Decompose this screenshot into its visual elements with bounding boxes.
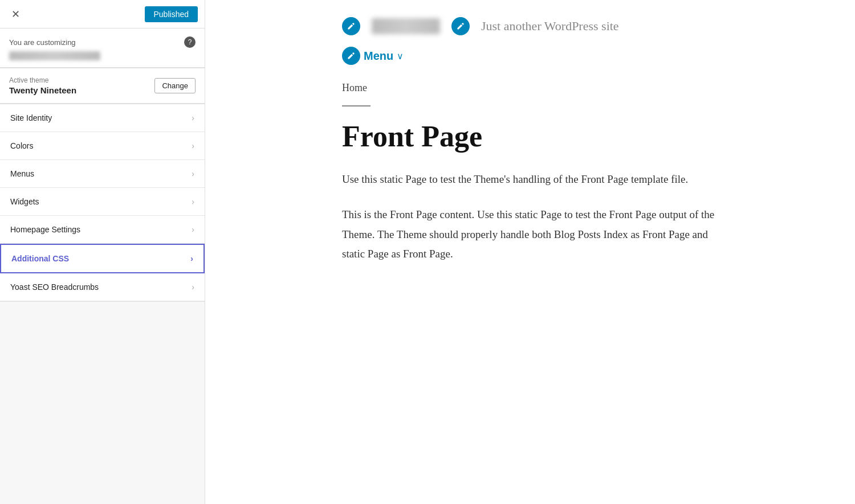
- active-theme-section: Active theme Twenty Nineteen Change: [0, 68, 205, 104]
- menu-item-label: Menus: [10, 169, 34, 178]
- close-button[interactable]: ✕: [7, 7, 25, 22]
- menu-item-menus[interactable]: Menus ›: [0, 160, 205, 188]
- help-icon[interactable]: ?: [184, 36, 196, 48]
- site-logo-blurred: [372, 18, 440, 34]
- pencil-svg: [347, 51, 356, 60]
- menu-item-colors[interactable]: Colors ›: [0, 132, 205, 160]
- nav-menu-label[interactable]: Menu: [364, 50, 393, 63]
- preview-content: Just another WordPress site Menu ∨ Home …: [308, 0, 752, 314]
- pencil-svg: [347, 22, 356, 31]
- menu-item-label: Yoast SEO Breadcrumbs: [10, 282, 99, 292]
- customizing-text: You are customizing: [9, 38, 76, 47]
- menu-item-site-identity[interactable]: Site Identity ›: [0, 104, 205, 132]
- menu-item-label: Colors: [10, 141, 33, 150]
- nav-item-home: Home: [342, 82, 718, 94]
- change-theme-button[interactable]: Change: [154, 78, 196, 93]
- site-url-blurred: [9, 51, 100, 60]
- active-theme-name: Twenty Nineteen: [9, 85, 76, 95]
- page-excerpt: Use this static Page to test the Theme's…: [342, 170, 718, 189]
- nav-dropdown-arrow: ∨: [397, 51, 404, 62]
- pencil-svg: [456, 22, 465, 31]
- preview-area: Just another WordPress site Menu ∨ Home …: [205, 0, 855, 504]
- chevron-right-icon: ›: [192, 169, 194, 178]
- edit-tagline-icon[interactable]: [451, 17, 470, 35]
- menu-item-label: Site Identity: [10, 113, 52, 122]
- menu-item-widgets[interactable]: Widgets ›: [0, 188, 205, 216]
- menu-section: Site Identity › Colors › Menus › Widgets…: [0, 104, 205, 302]
- menu-item-yoast-seo[interactable]: Yoast SEO Breadcrumbs ›: [0, 273, 205, 301]
- sidebar: ✕ Published You are customizing ? Active…: [0, 0, 205, 504]
- published-button[interactable]: Published: [145, 6, 198, 22]
- customizing-label: You are customizing ?: [9, 36, 196, 48]
- page-body: This is the Front Page content. Use this…: [342, 205, 718, 264]
- menu-item-homepage-settings[interactable]: Homepage Settings ›: [0, 216, 205, 244]
- customizing-section: You are customizing ?: [0, 28, 205, 68]
- site-header: Just another WordPress site: [342, 17, 718, 41]
- chevron-right-icon: ›: [192, 197, 194, 206]
- sidebar-header: ✕ Published: [0, 0, 205, 28]
- edit-nav-icon[interactable]: [342, 47, 360, 65]
- chevron-right-icon: ›: [192, 225, 194, 234]
- site-tagline: Just another WordPress site: [481, 19, 619, 34]
- chevron-right-icon: ›: [192, 141, 194, 150]
- menu-item-label: Widgets: [10, 197, 39, 206]
- menu-item-label: Homepage Settings: [10, 225, 80, 234]
- site-nav: Menu ∨: [342, 47, 718, 65]
- chevron-right-icon: ›: [192, 282, 194, 292]
- chevron-right-icon: ›: [190, 254, 193, 263]
- active-theme-label: Active theme: [9, 76, 76, 84]
- page-section-divider: [342, 105, 370, 106]
- active-theme-info: Active theme Twenty Nineteen: [9, 76, 76, 95]
- menu-item-additional-css[interactable]: Additional CSS ›: [0, 244, 205, 273]
- chevron-right-icon: ›: [192, 113, 194, 122]
- edit-logo-icon[interactable]: [342, 17, 360, 35]
- menu-item-label: Additional CSS: [11, 254, 69, 263]
- page-title: Front Page: [342, 120, 718, 153]
